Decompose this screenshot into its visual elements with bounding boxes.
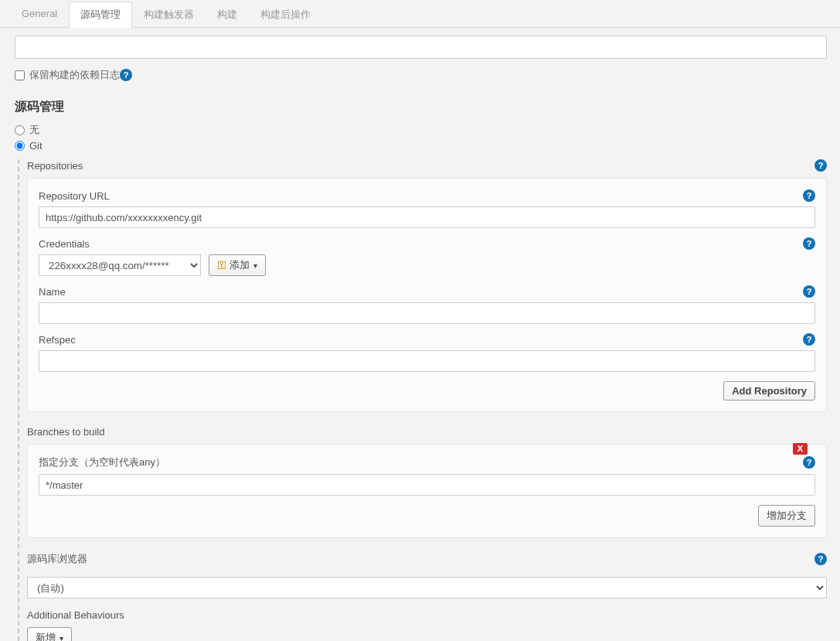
repositories-label: Repositories bbox=[27, 160, 83, 172]
help-icon[interactable]: ? bbox=[803, 189, 815, 202]
help-icon[interactable]: ? bbox=[803, 333, 815, 346]
tab-postbuild[interactable]: 构建后操作 bbox=[249, 2, 322, 28]
content-area: 保留构建的依赖日志 ? 源码管理 无 Git Repositories ? Re… bbox=[1, 28, 840, 641]
add-credentials-button[interactable]: ⚿ 添加 ▾ bbox=[209, 254, 266, 276]
scm-none-label: 无 bbox=[29, 123, 39, 137]
repo-url-input[interactable] bbox=[39, 206, 815, 228]
tab-scm[interactable]: 源码管理 bbox=[69, 2, 132, 28]
branch-box: X 指定分支（为空时代表any） ? 增加分支 bbox=[27, 444, 827, 538]
help-icon[interactable]: ? bbox=[120, 69, 132, 81]
chevron-down-icon: ▾ bbox=[60, 634, 63, 642]
keep-dependency-log-checkbox[interactable] bbox=[15, 70, 25, 80]
scm-git-label: Git bbox=[29, 140, 43, 152]
repo-browser-select[interactable]: (自动) bbox=[27, 577, 827, 598]
tab-triggers[interactable]: 构建触发器 bbox=[132, 2, 206, 28]
git-config-block: Repositories ? Repository URL ? Credenti… bbox=[18, 159, 827, 641]
branches-header: Branches to build bbox=[27, 426, 104, 438]
chevron-down-icon: ▾ bbox=[253, 261, 257, 270]
repository-box: Repository URL ? Credentials ? 226xxxx28… bbox=[27, 178, 827, 412]
repo-url-label: Repository URL bbox=[39, 190, 110, 202]
help-icon[interactable]: ? bbox=[803, 285, 815, 298]
add-branch-button[interactable]: 增加分支 bbox=[758, 505, 815, 527]
tab-build[interactable]: 构建 bbox=[206, 2, 249, 28]
scm-git-radio[interactable] bbox=[15, 141, 25, 151]
additional-behaviours-label: Additional Behaviours bbox=[27, 609, 124, 621]
description-input[interactable] bbox=[15, 36, 827, 59]
branch-spec-input[interactable] bbox=[39, 474, 815, 496]
credentials-select[interactable]: 226xxxx28@qq.com/****** bbox=[39, 254, 201, 276]
help-icon[interactable]: ? bbox=[803, 237, 815, 250]
branch-spec-label: 指定分支（为空时代表any） bbox=[39, 455, 165, 469]
add-repository-button[interactable]: Add Repository bbox=[723, 381, 815, 401]
help-icon[interactable]: ? bbox=[814, 553, 827, 565]
scm-none-radio[interactable] bbox=[15, 125, 25, 135]
repo-browser-label: 源码库浏览器 bbox=[27, 552, 87, 566]
add-behaviour-button[interactable]: 新增 ▾ bbox=[27, 627, 72, 641]
delete-branch-button[interactable]: X bbox=[793, 443, 808, 455]
help-icon[interactable]: ? bbox=[803, 456, 815, 469]
key-icon: ⚿ bbox=[217, 260, 226, 271]
keep-dependency-log-label: 保留构建的依赖日志 bbox=[29, 68, 120, 82]
repo-name-input[interactable] bbox=[39, 302, 815, 324]
refspec-label: Refspec bbox=[39, 334, 76, 346]
help-icon[interactable]: ? bbox=[814, 159, 827, 172]
refspec-input[interactable] bbox=[39, 350, 815, 372]
credentials-label: Credentials bbox=[39, 238, 90, 250]
section-title-scm: 源码管理 bbox=[15, 99, 827, 115]
tab-general[interactable]: General bbox=[10, 2, 69, 28]
tab-bar: General 源码管理 构建触发器 构建 构建后操作 bbox=[1, 1, 840, 28]
repo-name-label: Name bbox=[39, 286, 66, 298]
